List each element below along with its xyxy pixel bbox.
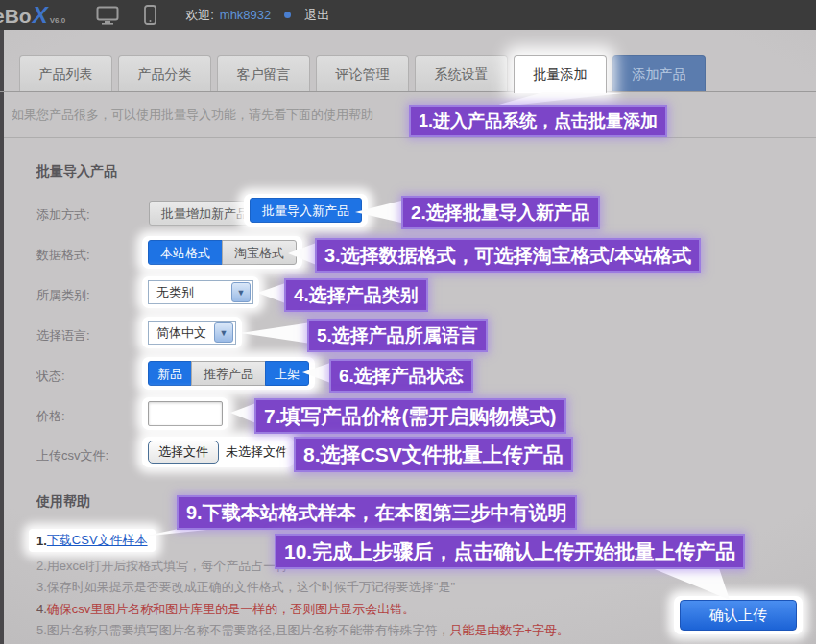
tab-bar: 产品列表 产品分类 客户留言 评论管理 系统设置 批量添加 添加产品 <box>19 55 706 93</box>
highlight-submit-button: 确认上传 <box>674 596 803 634</box>
tab-batch-add[interactable]: 批量添加 <box>514 55 607 93</box>
highlight-data-format-group: 本站格式 淘宝格式 <box>142 236 302 269</box>
category-select[interactable]: 无类别 ▼ <box>148 280 253 304</box>
annotation-step-10: 10.完成上步骤后，点击确认上传开始批量上传产品 <box>276 536 743 567</box>
language-select-value: 简体中文 <box>156 324 206 342</box>
label-csv-upload: 上传csv文件: <box>36 447 108 465</box>
annotation-step-7: 7.填写产品价格(需开启购物模式) <box>256 400 564 432</box>
tab-add-product[interactable]: 添加产品 <box>612 55 706 91</box>
welcome-area: 欢迎: mhk8932 退出 <box>185 7 329 24</box>
label-data-format: 数据格式: <box>36 247 90 264</box>
annotation-step-2: 2.选择批量导入新产品 <box>403 198 598 227</box>
language-select[interactable]: 简体中文 ▼ <box>148 321 236 345</box>
window-left-edge <box>0 30 4 644</box>
notice-bar: 如果您产品很多，可以使用批量导入功能，请先看下面的使用帮助 <box>0 92 816 138</box>
confirm-upload-button[interactable]: 确认上传 <box>680 600 797 631</box>
annotation-step-9: 9.下载本站格式样本，在本图第三步中有说明 <box>179 497 575 528</box>
tab-comment-management[interactable]: 评论管理 <box>316 55 409 91</box>
chevron-down-icon: ▼ <box>214 322 233 343</box>
help-item-5: 5.图片名称只需要填写图片名称不需要路径,且图片名称不能带有特殊字符，只能是由数… <box>36 622 569 639</box>
logo-text: eBo <box>0 5 32 28</box>
notice-text: 如果您产品很多，可以使用批量导入功能，请先看下面的使用帮助 <box>12 92 373 137</box>
choose-file-button[interactable]: 选择文件 <box>148 441 219 464</box>
button-status-on-shelf[interactable]: 上架 <box>265 361 309 386</box>
tab-customer-messages[interactable]: 客户留言 <box>217 55 310 91</box>
button-status-recommended[interactable]: 推荐产品 <box>191 361 266 386</box>
chevron-down-icon: ▼ <box>231 282 251 302</box>
annotation-step-5: 5.选择产品所属语言 <box>309 321 486 350</box>
section-title-help: 使用帮助 <box>36 493 90 511</box>
button-site-format[interactable]: 本站格式 <box>148 240 223 265</box>
username[interactable]: mhk8932 <box>220 8 271 22</box>
page: eBoXV6.0 欢迎: mhk8932 退出 产品列表 产品分类 客户留言 评… <box>0 0 816 644</box>
highlight-price-input <box>142 397 228 430</box>
app-logo: eBoXV6.0 <box>0 2 65 29</box>
button-batch-import-products[interactable]: 批量导入新产品 <box>250 198 362 223</box>
logo-x: X <box>33 2 48 29</box>
desktop-icon[interactable] <box>96 6 119 25</box>
welcome-label: 欢迎: <box>185 7 214 24</box>
highlight-batch-import-button: 批量导入新产品 <box>244 194 368 227</box>
help-item-3: 3.保存时如果提示是否要改成正确的文件格式，这个时候千万记得要选择"是" <box>36 579 455 596</box>
logo-version: V6.0 <box>50 16 65 25</box>
annotation-step-4: 4.选择产品类别 <box>286 280 426 310</box>
help-item-number: 1. <box>36 534 47 548</box>
tab-system-settings[interactable]: 系统设置 <box>415 55 508 91</box>
label-price: 价格: <box>36 408 65 425</box>
section-title-batch-import: 批量导入产品 <box>36 163 117 180</box>
annotation-step-6: 6.选择产品状态 <box>331 361 471 391</box>
highlight-language-select: 简体中文 ▼ <box>142 317 242 348</box>
download-csv-sample-link[interactable]: 下载CSV文件样本 <box>47 532 148 549</box>
highlight-file-input: 选择文件 未选择文件 <box>142 437 294 467</box>
smartphone-icon[interactable] <box>144 5 156 25</box>
top-header-bar: eBoXV6.0 欢迎: mhk8932 退出 <box>0 0 816 30</box>
help-item-2: 2.用excel打开后按格式填写，每个产品占一行 <box>36 558 288 575</box>
highlight-status-group: 新品 推荐产品 上架 <box>142 357 315 390</box>
price-input[interactable] <box>148 401 223 426</box>
category-select-value: 无类别 <box>156 284 194 301</box>
button-status-new[interactable]: 新品 <box>148 361 192 386</box>
label-status: 状态: <box>36 368 65 385</box>
button-taobao-format[interactable]: 淘宝格式 <box>222 240 297 265</box>
logout-button[interactable]: 退出 <box>304 7 329 24</box>
highlight-csv-sample-link: 1.下载CSV文件样本 <box>29 529 156 552</box>
label-category: 所属类别: <box>36 287 90 304</box>
label-add-method: 添加方式: <box>36 206 90 224</box>
file-status-text: 未选择文件 <box>226 443 288 461</box>
tab-product-category[interactable]: 产品分类 <box>118 55 211 91</box>
status-dot-icon <box>284 12 291 18</box>
tab-product-list[interactable]: 产品列表 <box>19 55 112 91</box>
label-language: 选择语言: <box>36 327 90 345</box>
highlight-category-select: 无类别 ▼ <box>142 276 259 308</box>
annotation-step-3: 3.选择数据格式，可选择淘宝格式/本站格式 <box>317 240 699 271</box>
annotation-step-8: 8.选择CSV文件批量上传产品 <box>296 439 571 470</box>
annotation-step-1: 1.进入产品系统，点击批量添加 <box>411 107 665 135</box>
help-item-4: 4.确保csv里图片名称和图片库里的是一样的，否则图片显示会出错。 <box>36 601 415 618</box>
